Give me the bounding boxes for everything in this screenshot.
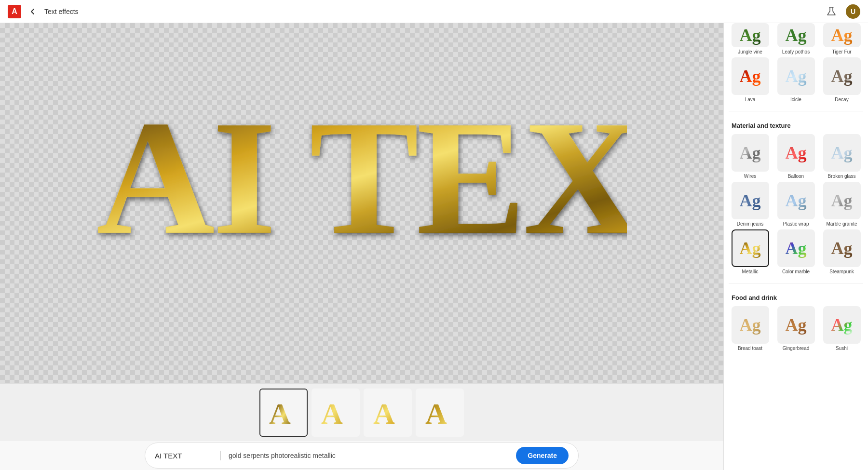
wires-label: Wires	[744, 174, 757, 179]
gold-text-svg: AI TEXT AI TEXT	[96, 79, 627, 271]
svg-text:U: U	[851, 8, 855, 15]
generate-button[interactable]: Generate	[516, 447, 569, 464]
thumbnail-1[interactable]: A	[259, 389, 308, 437]
sushi-label: Sushi	[836, 346, 848, 351]
tiger-fur-label: Tiger Fur	[832, 49, 851, 54]
plastic-wrap-thumb: Ag	[777, 182, 815, 219]
adobe-logo[interactable]: A	[8, 5, 21, 18]
effect-marble-granite[interactable]: Ag Marble granite	[820, 182, 863, 227]
balloon-label: Balloon	[788, 174, 804, 179]
thumbnail-3[interactable]: A	[364, 389, 412, 437]
jungle-vine-thumb: Ag	[732, 23, 769, 47]
prompt-wrapper: Generate	[145, 443, 579, 469]
effect-tiger-fur[interactable]: Ag Tiger Fur	[820, 23, 863, 54]
sushi-thumb: Ag	[823, 306, 861, 344]
svg-text:A: A	[425, 397, 447, 430]
metallic-label: Metallic	[742, 269, 759, 274]
decay-thumb: Ag	[823, 57, 861, 95]
prompt-input[interactable]	[229, 452, 512, 459]
effect-balloon[interactable]: Ag Balloon	[774, 134, 817, 179]
effect-steampunk[interactable]: Ag Steampunk	[820, 229, 863, 274]
effect-broken-glass[interactable]: Ag Broken glass	[820, 134, 863, 179]
color-marble-label: Color marble	[782, 269, 810, 274]
canvas-area: AI TEXT AI TEXT	[0, 23, 723, 470]
metallic-thumb: Ag	[732, 229, 769, 267]
effect-lava[interactable]: Ag Lava	[729, 57, 772, 102]
right-sidebar: Ag Jungle vine Ag Leafy pothos Ag Tiger …	[723, 23, 868, 470]
text-field[interactable]	[155, 452, 213, 460]
effect-color-marble[interactable]: Ag Color marble	[774, 229, 817, 274]
color-marble-thumb: Ag	[777, 229, 815, 267]
marble-granite-thumb: Ag	[823, 182, 861, 219]
effect-decay[interactable]: Ag Decay	[820, 57, 863, 102]
input-bar: Generate	[0, 441, 723, 470]
steampunk-label: Steampunk	[829, 269, 854, 274]
main-layout: AI TEXT AI TEXT	[0, 23, 868, 470]
jungle-vine-label: Jungle vine	[738, 49, 762, 54]
thumbnail-4[interactable]: A	[416, 389, 464, 437]
gingerbread-thumb: Ag	[777, 306, 815, 344]
food-effects-grid: Ag Bread toast Ag Gingerbread Ag Sushi	[724, 306, 868, 356]
plastic-wrap-label: Plastic wrap	[783, 221, 809, 227]
icicle-label: Icicle	[790, 97, 801, 102]
page-title: Text effects	[44, 8, 79, 15]
effect-gingerbread[interactable]: Ag Gingerbread	[774, 306, 817, 351]
input-divider	[220, 451, 221, 460]
effect-wires[interactable]: Ag Wires	[729, 134, 772, 179]
gingerbread-label: Gingerbread	[783, 346, 810, 351]
effect-icicle[interactable]: Ag Icicle	[774, 57, 817, 102]
section-divider-1	[729, 111, 863, 111]
section-divider-2	[729, 283, 863, 283]
material-effects-grid: Ag Wires Ag Balloon Ag Broken glass	[724, 134, 868, 279]
svg-text:A: A	[269, 397, 291, 430]
food-section-title: Food and drink	[724, 287, 868, 306]
icicle-thumb: Ag	[777, 57, 815, 95]
wires-thumb: Ag	[732, 134, 769, 172]
broken-glass-label: Broken glass	[828, 174, 856, 179]
canvas-container: AI TEXT AI TEXT	[0, 23, 723, 383]
svg-text:A: A	[321, 397, 343, 430]
effect-leafy-pothos[interactable]: Ag Leafy pothos	[774, 23, 817, 54]
back-button[interactable]	[27, 6, 39, 17]
nature-effects-grid: Ag Lava Ag Icicle Ag Decay	[724, 57, 868, 107]
denim-jeans-thumb: Ag	[732, 182, 769, 219]
effect-plastic-wrap[interactable]: Ag Plastic wrap	[774, 182, 817, 227]
flask-icon[interactable]	[825, 5, 838, 18]
leafy-pothos-label: Leafy pothos	[782, 49, 810, 54]
effect-jungle-vine[interactable]: Ag Jungle vine	[729, 23, 772, 54]
thumbnail-2[interactable]: A	[312, 389, 360, 437]
lava-label: Lava	[745, 97, 756, 102]
effect-metallic[interactable]: Ag Metallic	[729, 229, 772, 274]
effect-sushi[interactable]: Ag Sushi	[820, 306, 863, 351]
thumbnails-bar: A A	[0, 383, 723, 441]
header-right: U	[825, 4, 860, 19]
leafy-pothos-thumb: Ag	[777, 23, 815, 47]
bread-toast-label: Bread toast	[738, 346, 762, 351]
svg-text:A: A	[373, 397, 395, 430]
broken-glass-thumb: Ag	[823, 134, 861, 172]
steampunk-thumb: Ag	[823, 229, 861, 267]
marble-granite-label: Marble granite	[827, 221, 857, 227]
bread-toast-thumb: Ag	[732, 306, 769, 344]
lava-thumb: Ag	[732, 57, 769, 95]
top-partial-effects: Ag Jungle vine Ag Leafy pothos Ag Tiger …	[724, 23, 868, 54]
ai-text-display: AI TEXT AI TEXT	[14, 71, 709, 279]
effect-denim-jeans[interactable]: Ag Denim jeans	[729, 182, 772, 227]
tiger-fur-thumb: Ag	[823, 23, 861, 47]
effect-bread-toast[interactable]: Ag Bread toast	[729, 306, 772, 351]
header: A Text effects U	[0, 0, 868, 23]
material-section-title: Material and texture	[724, 115, 868, 134]
decay-label: Decay	[835, 97, 848, 102]
balloon-thumb: Ag	[777, 134, 815, 172]
svg-text:AI TEXT: AI TEXT	[96, 87, 627, 269]
avatar[interactable]: U	[846, 4, 860, 19]
denim-jeans-label: Denim jeans	[737, 221, 764, 227]
